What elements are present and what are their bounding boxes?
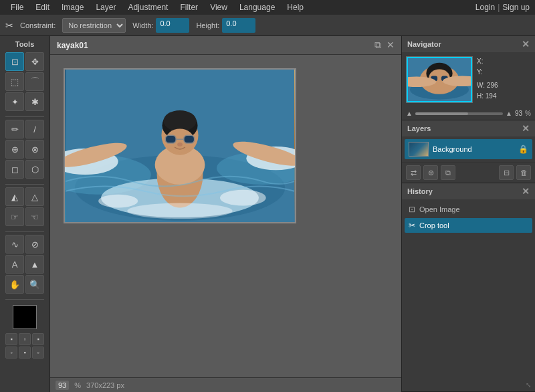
- canvas-body[interactable]: [50, 55, 401, 377]
- login-link[interactable]: Login: [475, 3, 495, 12]
- layer-name: Background: [433, 145, 514, 153]
- height-group: Height: 0.0: [196, 18, 255, 33]
- zoom-out-icon[interactable]: ▲: [406, 110, 413, 117]
- burn-btn[interactable]: ☜: [25, 207, 44, 226]
- width-input[interactable]: 0.0: [156, 18, 189, 33]
- layer-delete-btn[interactable]: 🗑: [516, 165, 531, 180]
- canvas-svg: [65, 70, 295, 222]
- view-mode-btn-4[interactable]: ▫: [5, 347, 17, 359]
- menubar: File Edit Image Layer Adjustment Filter …: [0, 0, 535, 15]
- wand-btn[interactable]: ✦: [5, 92, 24, 111]
- canvas-close-btn[interactable]: ✕: [387, 39, 395, 51]
- select-rect-btn[interactable]: ⬚: [5, 72, 24, 91]
- zoom-slider[interactable]: [415, 112, 503, 115]
- tool-divider-3: [5, 231, 44, 232]
- canvas-title: kayak01: [57, 41, 88, 50]
- svg-point-18: [177, 142, 183, 146]
- history-item-open[interactable]: ⊡ Open Image: [405, 202, 532, 217]
- tools-panel: Tools ⊡ ✥ ⬚ ⌒ ✦ ✱ ✏ / ⊕ ⊗ ◻ ⬡ ◭ △ ☞ ☜ ∿ …: [0, 36, 50, 392]
- menu-right: Login | Sign up: [475, 3, 530, 12]
- history-content: ⊡ Open Image ✂ Crop tool: [402, 199, 535, 379]
- nav-h-value: 194: [486, 92, 497, 100]
- eraser-btn[interactable]: ◻: [5, 160, 24, 179]
- canvas-titlebar: kayak01 ⧉ ✕: [50, 36, 401, 55]
- height-label: Height:: [196, 21, 219, 29]
- history-crop-icon: ✂: [409, 221, 415, 230]
- gradient-btn[interactable]: ◭: [5, 187, 24, 206]
- shape-btn[interactable]: ▲: [25, 255, 44, 274]
- history-expand-btn[interactable]: ⤡: [526, 381, 531, 389]
- svg-point-19: [98, 195, 138, 208]
- eyedrop-btn[interactable]: ⊘: [25, 235, 44, 254]
- layer-nav-btn[interactable]: ⇄: [406, 165, 421, 180]
- menu-help[interactable]: Help: [282, 1, 309, 13]
- navigator-coords: X: Y: W: 296 H: 194: [477, 56, 498, 103]
- move-tool-btn[interactable]: ✥: [25, 52, 44, 71]
- nav-zoom-value: 93: [515, 110, 522, 117]
- layers-panel: Layers ✕ Background 🔒 ⇄ ⊕ ⧉ ⊟ 🗑: [402, 120, 535, 183]
- stamp-btn[interactable]: ⊗: [25, 140, 44, 159]
- history-close-btn[interactable]: ✕: [522, 186, 530, 197]
- tool-grid-4: ∿ ⊘ A ▲ ✋ 🔍: [5, 235, 44, 294]
- navigator-close-btn[interactable]: ✕: [522, 39, 530, 50]
- tool-divider-4: [5, 299, 44, 300]
- toolbar: ✂ Constraint: No restriction Width: 0.0 …: [0, 15, 535, 36]
- layers-header: Layers ✕: [402, 120, 535, 136]
- view-mode-btn-2[interactable]: ▫: [19, 333, 31, 345]
- constraint-select[interactable]: No restriction: [62, 18, 126, 33]
- menu-separator: |: [498, 3, 500, 12]
- height-input[interactable]: 0.0: [222, 18, 255, 33]
- menu-file[interactable]: File: [5, 1, 29, 13]
- menu-view[interactable]: View: [205, 1, 233, 13]
- constraint-label: Constraint:: [20, 21, 56, 29]
- view-mode-btn-3[interactable]: ▪: [32, 333, 44, 345]
- foreground-color[interactable]: [13, 305, 37, 329]
- menu-filter[interactable]: Filter: [175, 1, 203, 13]
- navigator-header: Navigator ✕: [402, 36, 535, 52]
- hand-btn[interactable]: ✋: [5, 275, 24, 294]
- layer-settings-btn[interactable]: ⊟: [499, 165, 514, 180]
- history-open-icon: ⊡: [409, 205, 415, 214]
- menu-language[interactable]: Language: [234, 1, 280, 13]
- menu-items: File Edit Image Layer Adjustment Filter …: [5, 1, 309, 13]
- layers-footer: ⇄ ⊕ ⧉ ⊟ 🗑: [402, 162, 535, 183]
- lasso-btn[interactable]: ⌒: [25, 72, 44, 91]
- tools-title: Tools: [15, 40, 35, 48]
- view-mode-btn-1[interactable]: ▪: [5, 333, 17, 345]
- navigator-highlight: [407, 57, 472, 102]
- signup-link[interactable]: Sign up: [502, 3, 530, 12]
- layers-title: Layers: [407, 124, 431, 132]
- layers-content: Background 🔒: [402, 136, 535, 162]
- menu-layer[interactable]: Layer: [90, 1, 121, 13]
- navigator-content: X: Y: W: 296 H: 194: [402, 52, 535, 107]
- zoom-btn[interactable]: 🔍: [25, 275, 44, 294]
- layer-copy-btn[interactable]: ⧉: [441, 165, 455, 180]
- fill-btn[interactable]: ⬡: [25, 160, 44, 179]
- history-item-crop[interactable]: ✂ Crop tool: [405, 218, 532, 233]
- canvas-image: [64, 68, 296, 223]
- view-mode-btn-5[interactable]: ▪: [19, 347, 31, 359]
- crop-tool-btn[interactable]: ⊡: [5, 52, 24, 71]
- layers-close-btn[interactable]: ✕: [522, 123, 530, 134]
- clone-btn[interactable]: ⊕: [5, 140, 24, 159]
- text-btn[interactable]: A: [5, 255, 24, 274]
- zoom-in-icon[interactable]: ▲: [506, 110, 512, 117]
- layer-add-btn[interactable]: ⊕: [423, 165, 438, 180]
- dodge-btn[interactable]: ☞: [5, 207, 24, 226]
- layer-item[interactable]: Background 🔒: [405, 139, 532, 159]
- navigator-panel: Navigator ✕: [402, 36, 535, 120]
- pencil-btn[interactable]: ✏: [5, 120, 24, 138]
- brush-btn[interactable]: /: [25, 120, 44, 138]
- path-btn[interactable]: ∿: [5, 235, 24, 254]
- history-open-label: Open Image: [419, 205, 460, 213]
- view-mode-btn-6[interactable]: ▫: [32, 347, 44, 359]
- svg-point-13: [163, 110, 196, 131]
- heal-btn[interactable]: ✱: [25, 92, 44, 111]
- canvas-footer: 93 % 370x223 px: [50, 377, 401, 392]
- menu-image[interactable]: Image: [56, 1, 89, 13]
- menu-adjustment[interactable]: Adjustment: [122, 1, 173, 13]
- menu-edit[interactable]: Edit: [30, 1, 55, 13]
- blur-btn[interactable]: △: [25, 187, 44, 206]
- main-layout: Tools ⊡ ✥ ⬚ ⌒ ✦ ✱ ✏ / ⊕ ⊗ ◻ ⬡ ◭ △ ☞ ☜ ∿ …: [0, 36, 535, 392]
- canvas-expand-btn[interactable]: ⧉: [374, 39, 381, 51]
